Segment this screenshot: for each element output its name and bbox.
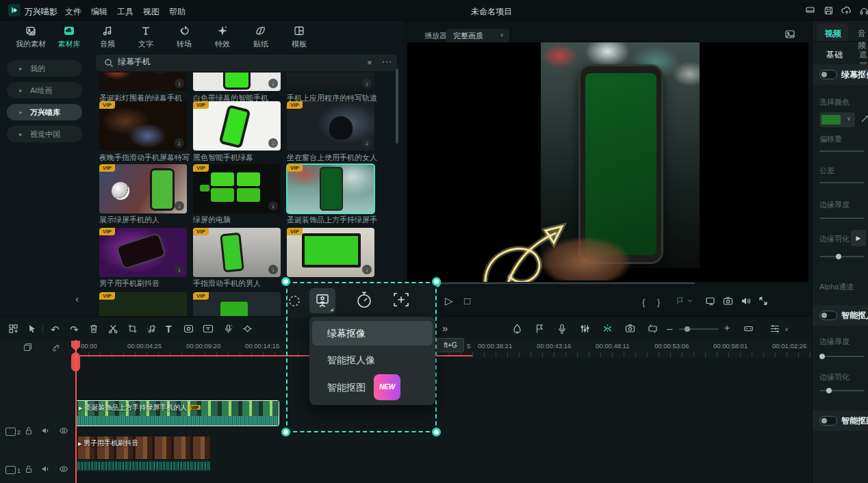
menu-item-smart-cutout[interactable]: 智能抠图 NEW <box>312 374 433 399</box>
tab-text[interactable]: 文字 <box>127 25 165 49</box>
download-icon[interactable]: ↓ <box>268 265 278 274</box>
audio-denoise-icon[interactable] <box>223 324 234 334</box>
snapshot-camera-icon[interactable] <box>723 296 733 306</box>
menu-view[interactable]: 视图 <box>143 6 159 18</box>
marker-flag-icon[interactable] <box>535 324 544 334</box>
portrait-edge-feather-slider[interactable] <box>819 390 865 391</box>
download-icon[interactable]: ↓ <box>268 138 278 148</box>
stop-icon[interactable]: □ <box>464 296 470 306</box>
fit-screen-icon[interactable] <box>705 296 715 306</box>
props-subtab-basic[interactable]: 基础 <box>826 49 843 61</box>
hide-track-eye-icon[interactable] <box>59 426 68 435</box>
timeline-clip-audio[interactable] <box>75 460 211 471</box>
download-icon[interactable]: ↓ <box>175 265 184 274</box>
play-icon[interactable]: ▷ <box>445 296 453 306</box>
track-manager-caret-icon[interactable]: ∨ <box>784 326 789 332</box>
media-item-thumbnail-selected[interactable]: VIP <box>287 164 374 213</box>
props-tab-video[interactable]: 视频 <box>825 28 841 40</box>
edge-feather-slider[interactable] <box>819 256 865 257</box>
mute-speaker-icon[interactable] <box>41 465 50 473</box>
edge-thickness-slider[interactable] <box>819 218 865 219</box>
search-overflow-icon[interactable]: ··· <box>382 57 392 66</box>
workspace-icon[interactable] <box>805 5 815 16</box>
offset-slider[interactable] <box>819 151 865 152</box>
tab-stickers[interactable]: 贴纸 <box>242 25 280 49</box>
selection-handle[interactable] <box>281 277 290 286</box>
menu-file[interactable]: 文件 <box>65 6 81 18</box>
headset-icon[interactable] <box>859 5 868 16</box>
beat-detect-icon[interactable] <box>146 324 157 334</box>
scrollbar[interactable] <box>396 68 398 144</box>
download-icon[interactable]: ↓ <box>362 265 372 274</box>
media-item-thumbnail[interactable]: VIP↓ <box>99 228 187 277</box>
tab-my-media[interactable]: 我的素材 <box>12 25 50 49</box>
crop-icon[interactable] <box>127 324 138 334</box>
download-icon[interactable]: ↓ <box>175 138 184 148</box>
tab-effects[interactable]: 特效 <box>203 25 242 49</box>
sidebar-item-mine[interactable]: ▸ 我的 <box>7 60 82 77</box>
menu-edit[interactable]: 编辑 <box>91 6 107 18</box>
download-icon[interactable]: ↓ <box>362 79 372 88</box>
more-tools-icon[interactable]: » <box>442 322 448 334</box>
zoom-in-icon[interactable]: + <box>724 322 730 333</box>
playhead-line[interactable] <box>75 340 77 483</box>
link-icon[interactable] <box>51 343 60 352</box>
clear-search-icon[interactable]: × <box>367 57 372 68</box>
mark-in-icon[interactable]: { <box>642 297 645 307</box>
media-item-thumbnail[interactable]: VIP↓ <box>193 101 281 151</box>
quick-split-icon[interactable] <box>602 324 613 334</box>
subtitle-icon[interactable] <box>203 324 214 334</box>
download-icon[interactable]: ↓ <box>362 138 372 148</box>
fullscreen-icon[interactable] <box>758 296 768 306</box>
media-item-thumbnail[interactable]: VIP↓ <box>99 164 187 213</box>
timeline-zoom-slider[interactable] <box>679 328 719 330</box>
sidebar-collapse-button[interactable]: ‹ <box>75 293 79 304</box>
media-item-thumbnail[interactable]: VIP <box>193 292 281 316</box>
keyframe-icon[interactable] <box>242 324 253 334</box>
delete-icon[interactable] <box>89 324 99 334</box>
track-manager-icon[interactable] <box>769 324 780 334</box>
media-item-thumbnail[interactable]: VIP↓ <box>193 164 281 213</box>
speaker-icon[interactable] <box>741 296 752 306</box>
selection-handle[interactable] <box>281 428 290 436</box>
timeline-snapshot-icon[interactable] <box>625 324 635 333</box>
tab-transitions[interactable]: 转场 <box>165 25 203 49</box>
media-item-thumbnail[interactable]: VIP↓ <box>287 101 374 151</box>
media-item-thumbnail[interactable]: ↓ <box>99 73 187 91</box>
fit-timeline-icon[interactable] <box>743 324 754 334</box>
slider-knob[interactable] <box>826 388 832 393</box>
media-item-thumbnail[interactable]: ↓ <box>287 73 374 91</box>
sidebar-item-wondershare-stock[interactable]: ▸ 万兴喵库 <box>7 104 82 120</box>
help-icon[interactable]: ? <box>862 70 868 78</box>
mark-out-icon[interactable]: } <box>657 297 660 307</box>
eyedropper-icon[interactable] <box>860 114 868 123</box>
auto-ripple-icon[interactable] <box>648 324 658 334</box>
search-input[interactable] <box>118 57 344 66</box>
ai-portrait-toggle[interactable] <box>819 311 837 320</box>
tab-templates[interactable]: 模板 <box>280 25 318 49</box>
download-icon[interactable]: ↓ <box>175 201 184 211</box>
quality-dropdown[interactable]: 完整画质 ∨ <box>446 29 509 42</box>
props-tab-audio[interactable]: 音频 <box>858 28 868 51</box>
lock-icon[interactable] <box>25 465 33 473</box>
media-item-thumbnail[interactable]: VIP↓ <box>287 228 374 277</box>
lock-icon[interactable] <box>25 426 33 435</box>
marker-dropdown-icon[interactable] <box>675 296 693 306</box>
smart-cutout-toggle[interactable] <box>819 416 837 426</box>
media-item-thumbnail[interactable]: VIP↓ <box>99 101 187 151</box>
save-icon[interactable] <box>824 5 834 16</box>
portrait-edge-thickness-slider[interactable] <box>819 356 865 357</box>
audio-mixer-icon[interactable] <box>580 324 590 334</box>
selection-handle[interactable] <box>432 277 441 286</box>
voiceover-mic-icon[interactable] <box>557 324 567 335</box>
record-icon[interactable] <box>183 324 194 334</box>
download-icon[interactable]: ↓ <box>175 79 184 88</box>
copy-icon[interactable] <box>23 343 32 352</box>
mute-speaker-icon[interactable] <box>41 426 50 435</box>
tab-stock-library[interactable]: 素材库 <box>50 25 88 49</box>
slider-knob[interactable] <box>836 254 841 259</box>
download-icon[interactable]: ↓ <box>268 79 278 88</box>
preview-image-icon[interactable] <box>784 29 795 40</box>
playback-progress-bar[interactable] <box>438 283 695 284</box>
preview-play-button[interactable]: ▶ <box>851 230 866 246</box>
